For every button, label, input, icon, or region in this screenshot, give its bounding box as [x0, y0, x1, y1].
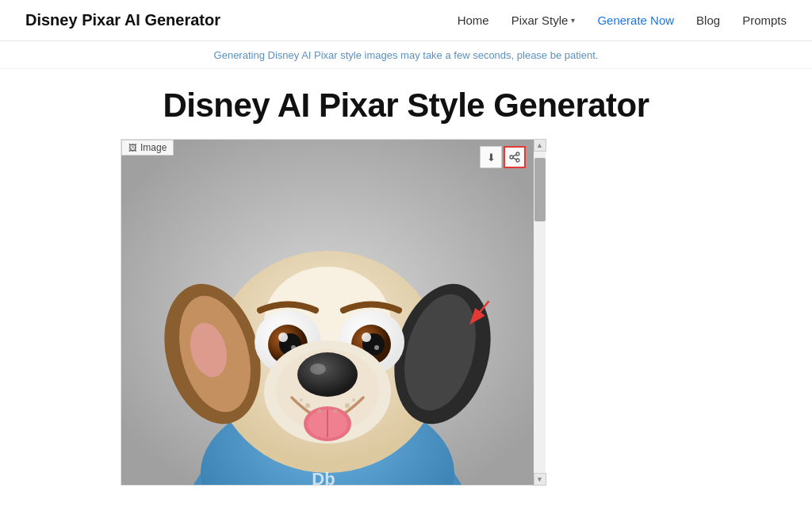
svg-point-31 [310, 363, 326, 375]
image-tab-label: Image [140, 142, 167, 153]
image-action-buttons: ⬇ [480, 146, 526, 168]
header: Disney Pixar AI Generator Home Pixar Sty… [0, 0, 812, 41]
nav-generate-now[interactable]: Generate Now [597, 13, 674, 27]
svg-point-38 [334, 409, 338, 413]
chevron-down-icon: ▾ [571, 16, 575, 25]
svg-point-37 [318, 409, 322, 413]
scroll-down-arrow[interactable]: ▼ [534, 473, 546, 486]
svg-point-2 [510, 156, 513, 159]
svg-point-39 [345, 403, 350, 408]
nav-prompts[interactable]: Prompts [742, 13, 787, 27]
scroll-up-arrow[interactable]: ▲ [534, 139, 546, 152]
svg-point-25 [362, 333, 371, 342]
svg-point-40 [300, 398, 303, 402]
nav-home[interactable]: Home [458, 13, 489, 27]
dog-svg: Db [121, 140, 534, 485]
nav-blog[interactable]: Blog [696, 13, 720, 27]
image-container: 🖼 Image ⬇ [121, 139, 533, 486]
site-logo: Disney Pixar AI Generator [25, 11, 220, 29]
image-area-wrapper: 🖼 Image ⬇ [121, 139, 691, 486]
svg-point-30 [297, 352, 358, 397]
image-icon: 🖼 [128, 143, 137, 152]
share-icon [509, 152, 520, 163]
generated-image: Db [121, 140, 534, 485]
main-nav: Home Pixar Style ▾ Generate Now Blog Pro… [458, 13, 787, 27]
nav-pixar-style[interactable]: Pixar Style ▾ [511, 13, 576, 27]
svg-point-41 [352, 398, 355, 402]
svg-text:Db: Db [312, 469, 335, 485]
banner-text: Generating Disney AI Pixar style images … [214, 49, 599, 61]
scrollbar[interactable]: ▲ ▼ [533, 139, 546, 486]
svg-point-1 [516, 159, 519, 162]
image-tab: 🖼 Image [121, 140, 174, 156]
scrollbar-thumb[interactable] [534, 158, 546, 221]
download-button[interactable]: ⬇ [480, 146, 502, 168]
info-banner: Generating Disney AI Pixar style images … [0, 41, 812, 69]
svg-point-0 [516, 152, 519, 156]
svg-point-36 [305, 403, 310, 408]
svg-line-4 [513, 158, 516, 160]
main-content: Disney AI Pixar Style Generator 🖼 Image … [0, 69, 812, 486]
svg-line-3 [513, 155, 516, 156]
page-title: Disney AI Pixar Style Generator [163, 86, 649, 125]
share-button[interactable] [504, 146, 526, 168]
svg-point-27 [374, 345, 379, 350]
svg-point-24 [278, 333, 288, 342]
